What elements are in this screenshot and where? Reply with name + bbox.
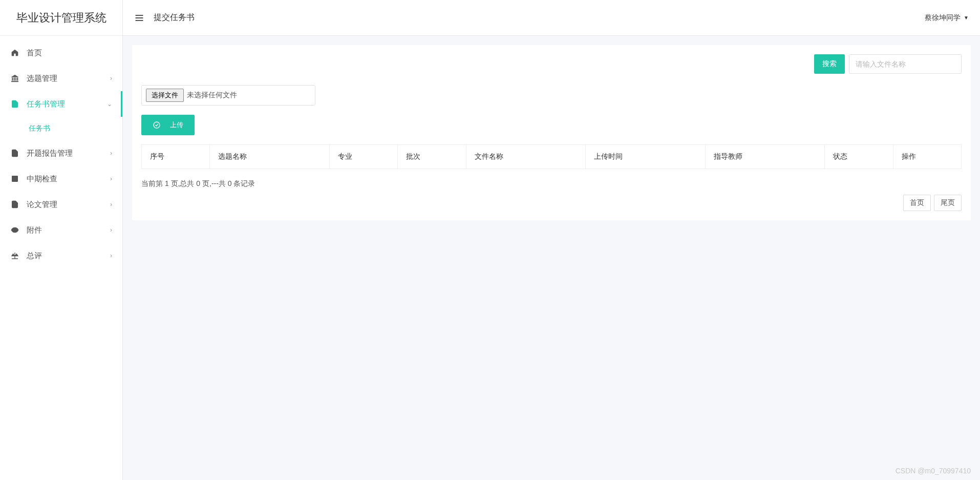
user-name: 蔡徐坤同学 <box>925 13 961 23</box>
nav-thesis[interactable]: 论文管理 › <box>0 192 122 217</box>
pagination-info: 当前第 1 页,总共 0 页,---共 0 条记录 <box>141 179 962 189</box>
nav-task-mgmt[interactable]: 任务书管理 ⌄ <box>0 91 122 117</box>
nav-label: 任务书管理 <box>27 99 107 109</box>
page-title: 提交任务书 <box>154 12 925 23</box>
nav-menu: 首页 选题管理 › 任务书管理 ⌄ 任务书 开题报告管理 › <box>0 36 122 480</box>
chevron-right-icon: › <box>110 252 112 259</box>
nav-home[interactable]: 首页 <box>0 40 122 66</box>
search-row: 搜索 <box>141 54 962 74</box>
svg-point-7 <box>154 122 160 128</box>
file-icon <box>10 99 19 109</box>
th-status: 状态 <box>825 145 893 169</box>
attach-icon <box>10 225 19 235</box>
app-logo: 毕业设计管理系统 <box>0 0 122 36</box>
th-uploadtime: 上传时间 <box>586 145 705 169</box>
search-input[interactable] <box>849 54 962 74</box>
nav-midterm[interactable]: 中期检查 › <box>0 166 122 192</box>
user-menu[interactable]: 蔡徐坤同学 ▼ <box>925 13 969 23</box>
watermark: CSDN @m0_70997410 <box>896 467 971 475</box>
data-table: 序号 选题名称 专业 批次 文件名称 上传时间 指导教师 状态 操作 <box>141 144 962 169</box>
nav-topic-mgmt[interactable]: 选题管理 › <box>0 66 122 91</box>
chevron-right-icon: › <box>110 175 112 182</box>
th-major: 专业 <box>329 145 397 169</box>
check-circle-icon <box>153 121 161 129</box>
th-topic: 选题名称 <box>210 145 329 169</box>
upload-label: 上传 <box>170 120 183 130</box>
upload-row: 上传 <box>141 115 962 135</box>
file-status-text: 未选择任何文件 <box>187 91 237 100</box>
chevron-right-icon: › <box>110 150 112 157</box>
choose-file-button[interactable]: 选择文件 <box>146 89 184 102</box>
pagination-buttons: 首页 尾页 <box>141 195 962 211</box>
file-input[interactable]: 选择文件 未选择任何文件 <box>141 85 315 106</box>
search-button[interactable]: 搜索 <box>814 54 845 74</box>
nav-summary[interactable]: 总评 › <box>0 243 122 268</box>
svg-rect-0 <box>12 176 18 182</box>
header: 提交任务书 蔡徐坤同学 ▼ <box>123 0 980 36</box>
doc-icon <box>10 200 19 209</box>
th-filename: 文件名称 <box>466 145 585 169</box>
file-icon <box>10 149 19 158</box>
nav-sub-task[interactable]: 任务书 <box>0 117 122 140</box>
nav-label: 总评 <box>27 251 110 261</box>
nav-label: 首页 <box>27 48 112 58</box>
table-header-row: 序号 选题名称 专业 批次 文件名称 上传时间 指导教师 状态 操作 <box>142 145 962 169</box>
menu-toggle-button[interactable] <box>134 13 144 23</box>
upload-button[interactable]: 上传 <box>141 115 195 135</box>
sidebar: 毕业设计管理系统 首页 选题管理 › 任务书管理 ⌄ 任务书 <box>0 0 123 480</box>
th-index: 序号 <box>142 145 210 169</box>
nav-opening-report[interactable]: 开题报告管理 › <box>0 140 122 166</box>
square-icon <box>10 174 19 183</box>
first-page-button[interactable]: 首页 <box>903 195 931 211</box>
chevron-right-icon: › <box>110 75 112 82</box>
last-page-button[interactable]: 尾页 <box>934 195 962 211</box>
chevron-down-icon: ⌄ <box>107 100 112 108</box>
file-row: 选择文件 未选择任何文件 <box>141 85 962 106</box>
nav-label: 开题报告管理 <box>27 149 110 158</box>
nav-label: 选题管理 <box>27 74 110 84</box>
chevron-right-icon: › <box>110 201 112 208</box>
content: 搜索 选择文件 未选择任何文件 上传 <box>123 36 980 480</box>
chevron-right-icon: › <box>110 226 112 234</box>
th-batch: 批次 <box>398 145 466 169</box>
th-action: 操作 <box>893 145 962 169</box>
nav-attachment[interactable]: 附件 › <box>0 217 122 243</box>
nav-label: 中期检查 <box>27 174 110 184</box>
caret-down-icon: ▼ <box>964 15 969 20</box>
svg-point-3 <box>14 229 16 231</box>
th-advisor: 指导教师 <box>705 145 824 169</box>
home-icon <box>10 48 19 57</box>
panel: 搜索 选择文件 未选择任何文件 上传 <box>132 45 971 220</box>
scale-icon <box>10 251 19 260</box>
main: 提交任务书 蔡徐坤同学 ▼ 搜索 选择文件 未选择任何文件 <box>123 0 980 480</box>
bank-icon <box>10 74 19 83</box>
nav-label: 附件 <box>27 225 110 235</box>
nav-label: 论文管理 <box>27 200 110 210</box>
